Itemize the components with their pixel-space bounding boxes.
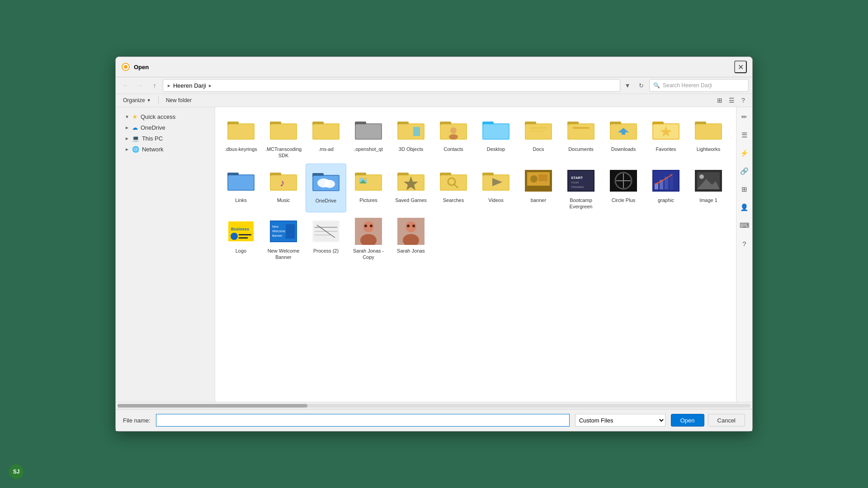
file-item-openshot[interactable]: .openshot_qt xyxy=(348,113,389,162)
right-panel-bolt-icon[interactable]: ⚡ xyxy=(738,147,751,160)
forward-button[interactable]: → xyxy=(134,79,146,92)
right-panel-grid-icon[interactable]: ⊞ xyxy=(738,183,751,196)
svg-rect-8 xyxy=(271,124,296,139)
close-button[interactable]: ✕ xyxy=(734,61,747,73)
file-label-saved-games: Saved Games xyxy=(395,197,427,203)
file-item-3dobjects[interactable]: 3D Objects xyxy=(391,113,431,162)
view-icons: ⊞ ☰ ? xyxy=(714,95,749,106)
svg-point-129 xyxy=(412,225,415,227)
expand-icon-4: ► xyxy=(125,147,129,152)
cancel-button[interactable]: Cancel xyxy=(708,414,745,427)
address-bar[interactable]: ► Heeren Darji ► xyxy=(163,79,620,92)
svg-point-22 xyxy=(450,127,457,134)
open-button[interactable]: Open xyxy=(671,414,704,427)
file-item-contacts[interactable]: Contacts xyxy=(433,113,474,162)
file-item-graphic[interactable]: graphic xyxy=(646,164,686,213)
right-panel-keyboard-icon[interactable]: ⌨ xyxy=(738,219,751,232)
view-list-button[interactable]: ☰ xyxy=(726,95,737,106)
file-label-new-welcome: New Welcome Banner xyxy=(265,248,302,261)
horizontal-scrollbar[interactable] xyxy=(116,402,752,409)
sidebar-item-quick-access[interactable]: ▼ ★ Quick access xyxy=(118,111,213,122)
file-item-favorites[interactable]: Favorites xyxy=(646,113,686,162)
svg-rect-14 xyxy=(356,124,381,139)
address-chevron: ► xyxy=(167,83,171,88)
svg-point-65 xyxy=(363,178,366,180)
organize-button[interactable]: Organize ▼ xyxy=(119,96,155,105)
up-button[interactable]: ↑ xyxy=(148,79,161,92)
file-item-music[interactable]: ♪ Music xyxy=(263,164,304,213)
file-label-logo: Logo xyxy=(236,248,246,254)
file-item-logo[interactable]: Business Logo xyxy=(221,214,261,263)
file-label-videos: Videos xyxy=(488,197,503,203)
file-item-circleplus[interactable]: Circle Plus xyxy=(603,164,644,213)
file-item-mctranscoding[interactable]: .MCTranscodingSDK xyxy=(263,113,304,162)
sidebar-item-network[interactable]: ► 🌐 Network xyxy=(118,144,213,155)
file-item-downloads[interactable]: Downloads xyxy=(603,113,644,162)
right-panel-link-icon[interactable]: 🔗 xyxy=(738,165,751,178)
svg-point-105 xyxy=(231,233,238,240)
user-avatar[interactable]: SJ xyxy=(9,465,24,479)
file-label-music: Music xyxy=(277,197,290,203)
network-icon: 🌐 xyxy=(132,146,139,153)
folder-icon-favorites xyxy=(651,115,680,144)
file-item-msad[interactable]: .ms-ad xyxy=(306,113,346,162)
svg-text:♪: ♪ xyxy=(280,177,285,188)
expand-icon-3: ► xyxy=(125,136,129,141)
right-panel-edit-icon[interactable]: ✏ xyxy=(738,111,751,123)
folder-icon-3d xyxy=(396,115,425,144)
folder-icon-music: ♪ xyxy=(269,166,298,195)
file-item-sarah[interactable]: Sarah Jonas xyxy=(391,214,431,263)
address-dropdown-button[interactable]: ▼ xyxy=(622,79,633,92)
file-item-dbus-keyrings[interactable]: .dbus-keyrings xyxy=(221,113,261,162)
file-label-dbus: .dbus-keyrings xyxy=(225,146,257,152)
sidebar-label-quick-access: Quick access xyxy=(141,113,175,120)
file-item-docs[interactable]: Docs xyxy=(518,113,559,162)
file-item-process[interactable]: Process (2) xyxy=(306,214,346,263)
file-label-documents: Documents xyxy=(568,146,594,152)
sidebar-item-this-pc[interactable]: ► 💻 This PC xyxy=(118,133,213,144)
svg-text:Business: Business xyxy=(231,227,249,231)
svg-rect-107 xyxy=(239,237,248,239)
file-label-desktop: Desktop xyxy=(487,146,505,152)
svg-point-101 xyxy=(699,174,704,179)
svg-rect-31 xyxy=(530,131,544,132)
file-item-lightworks[interactable]: Lightworks xyxy=(688,113,729,162)
file-item-new-welcome[interactable]: NewWelcomeBanner New Welcome Banner xyxy=(263,214,304,263)
right-panel-user-icon[interactable]: 👤 xyxy=(738,201,751,214)
file-item-links[interactable]: Links xyxy=(221,164,261,213)
file-item-banner[interactable]: banner xyxy=(518,164,559,213)
address-toolbar: ← → ↑ ► Heeren Darji ► ▼ ↻ 🔍 Search Heer… xyxy=(116,77,752,94)
back-button[interactable]: ← xyxy=(119,79,132,92)
refresh-button[interactable]: ↻ xyxy=(635,79,647,92)
file-label-circleplus: Circle Plus xyxy=(612,197,636,203)
quick-access-icon: ★ xyxy=(132,113,138,120)
file-item-desktop[interactable]: Desktop xyxy=(476,113,516,162)
file-name-input[interactable] xyxy=(156,414,570,427)
sidebar-label-onedrive: OneDrive xyxy=(141,124,165,131)
file-item-documents[interactable]: Documents xyxy=(561,113,601,162)
file-item-sarah-copy[interactable]: Sarah Jonas - Copy xyxy=(348,214,389,263)
right-panel-list-icon[interactable]: ☰ xyxy=(738,129,751,141)
scrollbar-thumb xyxy=(118,404,307,408)
file-item-image1[interactable]: Image 1 xyxy=(688,164,729,213)
help-button[interactable]: ? xyxy=(738,95,749,106)
file-item-pictures[interactable]: Pictures xyxy=(348,164,389,213)
file-label-mc: .MCTranscodingSDK xyxy=(265,146,302,159)
file-type-dropdown[interactable]: Custom Files All Files (*.*) Images (*.j… xyxy=(575,414,665,427)
address-chevron2: ► xyxy=(208,83,212,88)
new-folder-button[interactable]: New folder xyxy=(162,96,195,105)
file-label-pictures: Pictures xyxy=(359,197,377,203)
file-item-bootcamp[interactable]: STARTYOURTRAINING Bootcamp Evergreen xyxy=(561,164,601,213)
onedrive-icon: ☁ xyxy=(132,124,138,131)
file-item-videos[interactable]: Videos xyxy=(476,164,516,213)
view-grid-button[interactable]: ⊞ xyxy=(714,95,725,106)
folder-icon-dbus xyxy=(226,115,255,144)
folder-icon-contacts xyxy=(439,115,468,144)
file-item-searches[interactable]: Searches xyxy=(433,164,474,213)
right-panel-help-icon[interactable]: ? xyxy=(738,237,751,250)
file-label-openshot: .openshot_qt xyxy=(354,146,383,152)
search-bar[interactable]: 🔍 Search Heeren Darji xyxy=(649,79,749,92)
file-item-onedrive[interactable]: OneDrive xyxy=(306,164,346,213)
sidebar-item-onedrive[interactable]: ► ☁ OneDrive xyxy=(118,122,213,133)
file-item-saved-games[interactable]: Saved Games xyxy=(391,164,431,213)
